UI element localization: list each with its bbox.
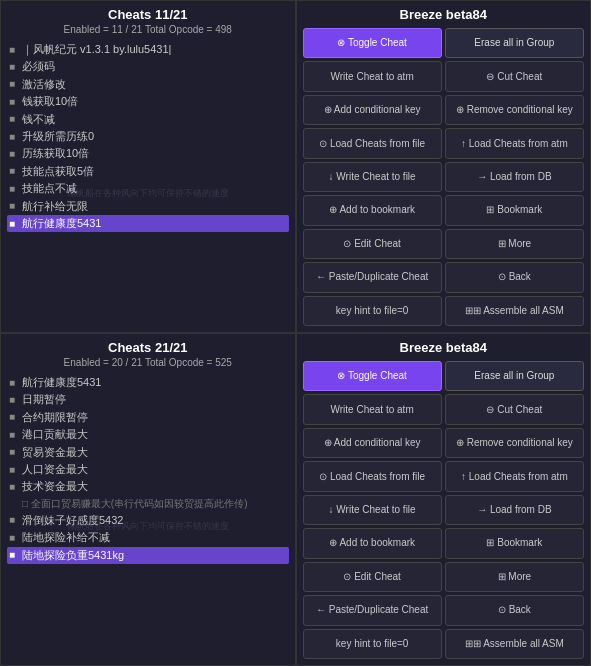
list-bullet: ■ [9, 130, 19, 144]
list-item-label: 升级所需历练0 [22, 129, 94, 144]
more-btn-top[interactable]: ⊞ More [445, 229, 584, 259]
paste-duplicate-btn-bot[interactable]: ← Paste/Duplicate Cheat [303, 595, 442, 625]
list-item[interactable]: ■港口贡献最大 [7, 426, 289, 443]
list-item[interactable]: □ 全面口贸易赚最大(串行代码如因较贸提高此作传) [7, 496, 289, 512]
back-btn-bot[interactable]: ⊙ Back [445, 595, 584, 625]
list-bullet: ■ [9, 393, 19, 407]
list-item[interactable]: ■技能点不减 [7, 180, 289, 197]
list-item[interactable]: ■航行健康度5431 [7, 215, 289, 232]
list-bullet: ■ [9, 77, 19, 91]
list-bullet: ■ [9, 147, 19, 161]
add-conditional-key-btn-bot[interactable]: ⊕ Add conditional key [303, 428, 442, 458]
load-from-db-btn-top[interactable]: → Load from DB [445, 162, 584, 192]
list-item[interactable]: ■升级所需历练0 [7, 128, 289, 145]
list-item-label: 陆地探险负重5431kg [22, 548, 124, 563]
list-bullet: ■ [9, 445, 19, 459]
list-item[interactable]: ■合约期限暂停 [7, 409, 289, 426]
list-bullet: ■ [9, 548, 19, 562]
list-item-label: 航行健康度5431 [22, 216, 101, 231]
remove-conditional-key-btn-top[interactable]: ⊕ Remove conditional key [445, 95, 584, 125]
list-item[interactable]: ■滑倒妹子好感度5432 [7, 512, 289, 529]
list-item-label: ｜风帆纪元 v1.3.1 by.lulu5431| [22, 42, 171, 57]
list-item-label: 航行补给无限 [22, 199, 88, 214]
list-item[interactable]: ■人口资金最大 [7, 461, 289, 478]
list-item[interactable]: ■航行健康度5431 [7, 374, 289, 391]
bottom-left-subtitle: Enabled = 20 / 21 Total Opcode = 525 [7, 357, 289, 368]
list-bullet: ■ [9, 376, 19, 390]
list-item-label: 日期暂停 [22, 392, 66, 407]
list-item-label: 技能点获取5倍 [22, 164, 94, 179]
list-bullet: ■ [9, 199, 19, 213]
list-item-label: 陆地探险补给不减 [22, 530, 110, 545]
remove-conditional-key-btn-bot[interactable]: ⊕ Remove conditional key [445, 428, 584, 458]
list-item[interactable]: ■钱不减 [7, 111, 289, 128]
erase-group-btn-bot[interactable]: Erase all in Group [445, 361, 584, 391]
list-item[interactable]: ■｜风帆纪元 v1.3.1 by.lulu5431| [7, 41, 289, 58]
list-bullet: ■ [9, 43, 19, 57]
assemble-asm-btn-top[interactable]: ⊞⊞ Assemble all ASM [445, 296, 584, 326]
list-item-label: 合约期限暂停 [22, 410, 88, 425]
list-bullet: ■ [9, 95, 19, 109]
top-right-title: Breeze beta84 [303, 7, 585, 22]
list-item[interactable]: ■技能点获取5倍 [7, 163, 289, 180]
back-btn-top[interactable]: ⊙ Back [445, 262, 584, 292]
edit-cheat-btn-top[interactable]: ⊙ Edit Cheat [303, 229, 442, 259]
list-item[interactable]: ■陆地探险补给不减 [7, 529, 289, 546]
list-item-label: 钱不减 [22, 112, 55, 127]
toggle-cheat-btn-top[interactable]: ⊗ Toggle Cheat [303, 28, 442, 58]
list-item-label: 激活修改 [22, 77, 66, 92]
list-item[interactable]: ■陆地探险负重5431kg [7, 547, 289, 564]
bottom-left-cheat-panel: Cheats 21/21 Enabled = 20 / 21 Total Opc… [0, 333, 296, 666]
key-hint-btn-top[interactable]: key hint to file=0 [303, 296, 442, 326]
write-cheat-file-btn-bot[interactable]: ↓ Write Cheat to file [303, 495, 442, 525]
list-bullet: ■ [9, 480, 19, 494]
list-item-label: 钱获取10倍 [22, 94, 78, 109]
write-cheat-atm-btn-bot[interactable]: Write Cheat to atm [303, 394, 442, 424]
list-item[interactable]: ■航行补给无限 [7, 198, 289, 215]
erase-group-btn-top[interactable]: Erase all in Group [445, 28, 584, 58]
list-item[interactable]: ■激活修改 [7, 76, 289, 93]
list-item[interactable]: ■日期暂停 [7, 391, 289, 408]
write-cheat-atm-btn-top[interactable]: Write Cheat to atm [303, 61, 442, 91]
add-bookmark-btn-bot[interactable]: ⊕ Add to bookmark [303, 528, 442, 558]
top-left-cheat-panel: Cheats 11/21 Enabled = 11 / 21 Total Opc… [0, 0, 296, 333]
add-conditional-key-btn-top[interactable]: ⊕ Add conditional key [303, 95, 442, 125]
paste-duplicate-btn-top[interactable]: ← Paste/Duplicate Cheat [303, 262, 442, 292]
list-item-label: 港口贡献最大 [22, 427, 88, 442]
load-from-db-btn-bot[interactable]: → Load from DB [445, 495, 584, 525]
list-item[interactable]: ■必须码 [7, 58, 289, 75]
list-item[interactable]: ■钱获取10倍 [7, 93, 289, 110]
bookmark-btn-bot[interactable]: ⊞ Bookmark [445, 528, 584, 558]
list-item[interactable]: ■贸易资金最大 [7, 444, 289, 461]
toggle-cheat-btn-bot[interactable]: ⊗ Toggle Cheat [303, 361, 442, 391]
key-hint-btn-bot[interactable]: key hint to file=0 [303, 629, 442, 659]
list-bullet: ■ [9, 217, 19, 231]
cut-cheat-btn-bot[interactable]: ⊖ Cut Cheat [445, 394, 584, 424]
list-bullet: ■ [9, 531, 19, 545]
more-btn-bot[interactable]: ⊞ More [445, 562, 584, 592]
load-cheats-file-btn-bot[interactable]: ⊙ Load Cheats from file [303, 461, 442, 491]
cut-cheat-btn-top[interactable]: ⊖ Cut Cheat [445, 61, 584, 91]
list-item-label: 技术资金最大 [22, 479, 88, 494]
top-left-title: Cheats 11/21 [7, 7, 289, 22]
bottom-left-cheat-list: ■航行健康度5431■日期暂停■合约期限暂停■港口贡献最大■贸易资金最大■人口资… [7, 374, 289, 659]
list-item[interactable]: ■技术资金最大 [7, 478, 289, 495]
top-right-btn-grid: ⊗ Toggle CheatErase all in GroupWrite Ch… [303, 28, 585, 326]
list-item-label: 历练获取10倍 [22, 146, 89, 161]
list-bullet: ■ [9, 513, 19, 527]
list-item-label: □ 全面口贸易赚最大(串行代码如因较贸提高此作传) [22, 497, 247, 511]
load-cheats-atm-btn-top[interactable]: ↑ Load Cheats from atm [445, 128, 584, 158]
add-bookmark-btn-top[interactable]: ⊕ Add to bookmark [303, 195, 442, 225]
list-bullet: ■ [9, 60, 19, 74]
write-cheat-file-btn-top[interactable]: ↓ Write Cheat to file [303, 162, 442, 192]
list-item-label: 技能点不减 [22, 181, 77, 196]
load-cheats-file-btn-top[interactable]: ⊙ Load Cheats from file [303, 128, 442, 158]
bookmark-btn-top[interactable]: ⊞ Bookmark [445, 195, 584, 225]
list-item[interactable]: ■历练获取10倍 [7, 145, 289, 162]
edit-cheat-btn-bot[interactable]: ⊙ Edit Cheat [303, 562, 442, 592]
list-bullet: ■ [9, 463, 19, 477]
assemble-asm-btn-bot[interactable]: ⊞⊞ Assemble all ASM [445, 629, 584, 659]
bottom-left-title: Cheats 21/21 [7, 340, 289, 355]
top-left-subtitle: Enabled = 11 / 21 Total Opcode = 498 [7, 24, 289, 35]
load-cheats-atm-btn-bot[interactable]: ↑ Load Cheats from atm [445, 461, 584, 491]
